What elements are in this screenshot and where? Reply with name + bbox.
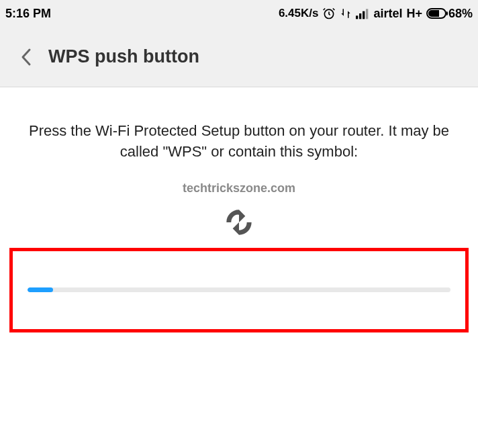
network-speed: 6.45K/s [279,7,319,20]
progress-bar [28,287,450,292]
page-title: WPS push button [48,46,199,67]
svg-rect-4 [366,9,368,19]
battery-icon [426,8,446,19]
battery-indicator: 68% [426,7,473,21]
status-bar: 5:16 PM 6.45K/s airtel H+ [0,0,478,27]
back-button[interactable] [13,44,40,71]
carrier-name: airtel [373,7,402,21]
network-type: H+ [406,7,422,21]
progress-fill [28,287,53,292]
status-left: 5:16 PM [5,7,51,21]
svg-rect-3 [363,11,365,19]
app-header: WPS push button [0,27,478,87]
watermark-text: techtrickszone.com [27,181,451,195]
main-content: Press the Wi-Fi Protected Setup button o… [0,87,478,241]
progress-highlight-box [9,248,469,332]
svg-rect-1 [356,15,358,19]
data-transfer-icon [340,7,352,19]
status-right: 6.45K/s airtel H+ [279,7,473,21]
svg-rect-2 [359,13,361,19]
wps-refresh-icon [220,204,258,241]
battery-fill [428,10,439,17]
status-time: 5:16 PM [5,7,51,21]
instruction-text: Press the Wi-Fi Protected Setup button o… [27,121,451,163]
battery-percentage: 68% [448,7,473,21]
signal-icon [356,7,369,19]
alarm-icon [322,7,336,20]
chevron-left-icon [20,47,34,67]
